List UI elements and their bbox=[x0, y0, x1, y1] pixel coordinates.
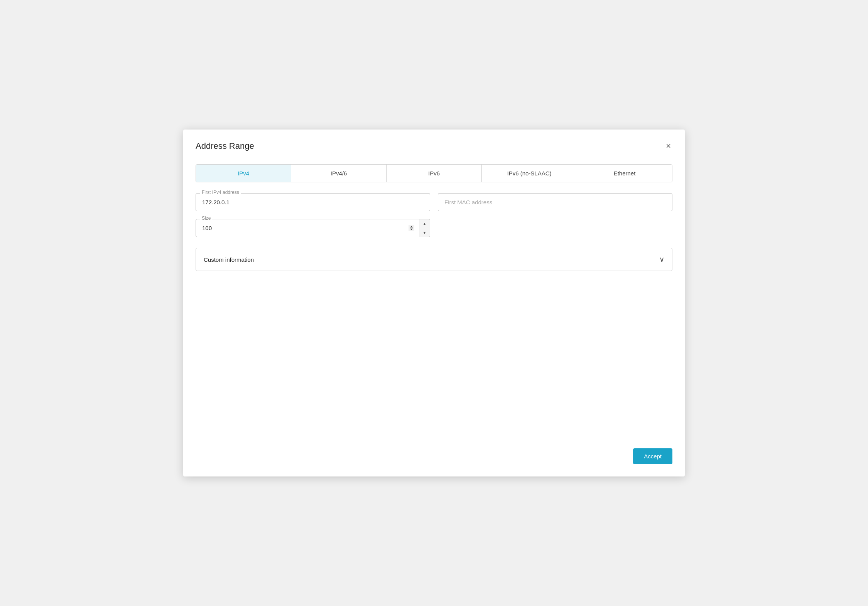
address-range-dialog: Address Range × IPv4 IPv4/6 IPv6 IPv6 (n… bbox=[183, 130, 685, 476]
close-icon: × bbox=[666, 142, 671, 150]
dialog-footer: Accept bbox=[196, 433, 672, 464]
close-button[interactable]: × bbox=[664, 140, 672, 152]
tab-ipv46[interactable]: IPv4/6 bbox=[291, 165, 387, 182]
tab-ipv6[interactable]: IPv6 bbox=[387, 165, 482, 182]
spinner-down-button[interactable]: ▼ bbox=[419, 228, 430, 237]
size-label: Size bbox=[200, 215, 212, 221]
custom-information-label: Custom information bbox=[204, 256, 254, 263]
tab-ipv6-noslaac[interactable]: IPv6 (no-SLAAC) bbox=[482, 165, 577, 182]
first-ipv4-input[interactable] bbox=[196, 193, 430, 211]
tab-ethernet[interactable]: Ethernet bbox=[577, 165, 672, 182]
fields-row-top: First IPv4 address bbox=[196, 193, 672, 211]
custom-information-section[interactable]: Custom information ∨ bbox=[196, 248, 672, 271]
size-input[interactable] bbox=[196, 219, 430, 237]
first-ipv4-label: First IPv4 address bbox=[200, 190, 241, 195]
first-mac-input[interactable] bbox=[438, 193, 672, 211]
size-field-group: Size ▲ ▼ bbox=[196, 219, 430, 237]
accept-button[interactable]: Accept bbox=[633, 448, 672, 464]
dialog-header: Address Range × bbox=[196, 140, 672, 152]
spinner-buttons: ▲ ▼ bbox=[419, 219, 430, 237]
first-mac-field-group bbox=[438, 193, 672, 211]
tab-ipv4[interactable]: IPv4 bbox=[196, 165, 291, 182]
fields-row-size: Size ▲ ▼ bbox=[196, 219, 672, 237]
dialog-title: Address Range bbox=[196, 141, 254, 151]
first-ipv4-field-group: First IPv4 address bbox=[196, 193, 430, 211]
chevron-down-icon: ∨ bbox=[659, 255, 664, 264]
tabs-container: IPv4 IPv4/6 IPv6 IPv6 (no-SLAAC) Etherne… bbox=[196, 164, 672, 182]
spinner-up-button[interactable]: ▲ bbox=[419, 219, 430, 228]
